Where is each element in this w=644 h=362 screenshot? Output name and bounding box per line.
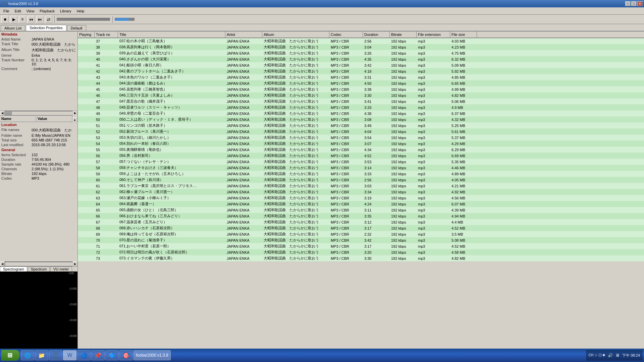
track-row[interactable]: 53 053.失切の涼し（細川たかし） JAPAN ENKA 大昭和歌謡曲 たか… [78,135,644,141]
track-row[interactable]: 63 063.瀬戸の花嫁（小柳ルミ子） JAPAN ENKA 大昭和歌謡曲 たか… [78,195,644,201]
taskbar-app-misc1[interactable]: 📌 [91,350,105,360]
track-row[interactable]: 68 068.赤いハンカチ（石原裕次郎） JAPAN ENKA 大昭和歌謡曲 た… [78,225,644,231]
cell-trackno: 46 [95,94,118,98]
track-row[interactable]: 46 046.三百六十五歩（天童よしみ） JAPAN ENKA 大昭和歌謡曲 た… [78,93,644,99]
cell-album: 大昭和歌謡曲 たからかに歌おう [262,244,329,249]
menu-file[interactable]: File [1,8,12,14]
random-button[interactable]: ⇄ [45,16,52,23]
track-row[interactable]: 64 064.祇義卿（葵遣一） JAPAN ENKA 大昭和歌謡曲 たからかに歌… [78,201,644,207]
track-row[interactable]: 52 052.新潟ブルース（美川憲一） JAPAN ENKA 大昭和歌謡曲 たか… [78,129,644,135]
track-row[interactable]: 55 055.奥飛騨慕情（竜鉄也） JAPAN ENKA 大昭和歌謡曲 たからか… [78,147,644,153]
track-row[interactable]: 44 044.涙の連絡船（都はるみ） JAPAN ENKA 大昭和歌謡曲 たから… [78,80,644,86]
track-row[interactable]: 62 062.柳ヶ瀬ブルース（美川憲一） JAPAN ENKA 大昭和歌謡曲 た… [78,189,644,195]
next-button[interactable]: ⏭ [36,16,44,23]
cell-artist: JAPAN ENKA [225,100,262,104]
col-header-duration[interactable]: Duration [363,32,390,38]
scroll-up-arrow[interactable]: ▲ [72,117,77,122]
play-button[interactable]: ▶ [10,16,17,23]
tab-default[interactable]: Default [67,25,86,31]
menu-help[interactable]: Help [74,8,87,14]
tab-vu-meter[interactable]: VU meter [50,266,72,272]
scroll-right-arrow2[interactable]: ▶ [73,261,77,266]
tab-spectrogram[interactable]: Spectrogram [0,266,27,272]
col-header-playing[interactable]: Playing [78,32,95,38]
tab-spectrum[interactable]: Spectrum [28,266,50,272]
col-header-artist[interactable]: Artist [225,32,262,38]
track-row[interactable]: 40 040.さざんかの宿（大川栄業） JAPAN ENKA 大昭和歌謡曲 たか… [78,56,644,62]
track-row[interactable]: 69 069.俺は待ってるぜ（石原裕次郎） JAPAN ENKA 大昭和歌謡曲 … [78,231,644,237]
pause-button[interactable]: ⏸ [19,16,26,23]
taskbar-app-ie[interactable]: 🌐 [21,350,34,360]
minimize-button[interactable]: ─ [625,1,631,6]
start-button[interactable]: ⊞ [1,350,19,361]
horiz-scroll-track[interactable] [5,111,73,115]
track-row[interactable]: 61 061.ラブユー東京（黒沢明とロス・プリモス… JAPAN ENKA 大昭… [78,183,644,189]
track-row[interactable]: 70 070.星の流れに（菊池章子） JAPAN ENKA 大昭和歌謡曲 たから… [78,237,644,243]
taskbar-app-word[interactable]: W [63,350,76,360]
close-button[interactable]: ✕ [637,1,643,6]
metadata-scroll[interactable]: Artist Name JAPAN ENKA Track Title 000.大… [0,37,77,111]
menu-playback[interactable]: Playback [37,8,57,14]
col-header-trackno[interactable]: Track no [95,32,118,38]
scroll-left-arrow2[interactable]: ◀ [0,261,5,266]
track-row[interactable]: 56 056.男（谷村新司） JAPAN ENKA 大昭和歌謡曲 たからかに歌お… [78,153,644,159]
track-row[interactable]: 42 042.夜のプラットホーム（二葉あき子） JAPAN ENKA 大昭和歌謡… [78,68,644,74]
track-row[interactable]: 58 058.チャンチキおけさ（三波春夫） JAPAN ENKA 大昭和歌謡曲 … [78,165,644,171]
track-row[interactable]: 49 049.岸壁の母（二葉百合子） JAPAN ENKA 大昭和歌謡曲 たから… [78,111,644,117]
track-row[interactable]: 43 043.水色のワルツ（二葉あき子） JAPAN ENKA 大昭和歌謡曲 た… [78,74,644,80]
stop-button[interactable]: ■ [1,16,9,23]
track-row[interactable]: 39 039.あの丘越えて（美空ひばり） JAPAN ENKA 大昭和歌謡曲 た… [78,50,644,56]
col-header-album[interactable]: Album [262,32,329,38]
track-row[interactable]: 45 045.哀愁列車（三橋美智也） JAPAN ENKA 大昭和歌謡曲 たから… [78,86,644,93]
col-header-fileext[interactable]: File extension [417,32,450,38]
col-header-title[interactable]: Title [118,32,225,38]
track-row[interactable]: 47 047.黒百合の歌（織井茂子） JAPAN ENKA 大昭和歌謡曲 たから… [78,99,644,105]
metadata-horiz-scroll[interactable]: ◀ ▶ [0,111,77,115]
menu-edit[interactable]: Edit [12,8,24,14]
horiz-scroll-track2[interactable] [5,262,73,266]
track-row[interactable]: 50 050.二人は若い（ディック・ミネ、星玲子） JAPAN ENKA 大昭和… [78,117,644,123]
track-row[interactable]: 66 066.おひまなら来てね（三月みどり） JAPAN ENKA 大昭和歌謡曲… [78,213,644,219]
track-row[interactable]: 71 071.おーい中村君（若原一郎） JAPAN ENKA 大昭和歌謡曲 たか… [78,243,644,249]
menu-view[interactable]: View [24,8,37,14]
track-row[interactable]: 54 054.別れの一本杉（春日八郎） JAPAN ENKA 大昭和歌謡曲 たか… [78,141,644,147]
track-row[interactable]: 37 037.松の木小唄（三島敏夫） JAPAN ENKA 大昭和歌謡曲 たから… [78,38,644,44]
tab-album-list[interactable]: Album List [1,25,25,31]
track-row[interactable]: 48 048.芸者ワルツ（スリー・キャッツ） JAPAN ENKA 大昭和歌謡曲… [78,105,644,111]
metadata-table: Artist Name JAPAN ENKA Track Title 000.大… [0,37,77,71]
track-row[interactable]: 65 065.函館の女（ひと）（北島三郎） JAPAN ENKA 大昭和歌謡曲 … [78,207,644,213]
track-row[interactable]: 38 038.高原列車は行く（岡本敦郎） JAPAN ENKA 大昭和歌謡曲 た… [78,44,644,50]
col-header-bitrate[interactable]: Bitrate [390,32,417,38]
seek-bar[interactable] [57,18,110,21]
track-row[interactable]: 60 060.そして神戸（前川清） JAPAN ENKA 大昭和歌謡曲 たからか… [78,177,644,183]
taskbar-app-chrome[interactable]: 🔵 [77,350,91,360]
cell-album: 大昭和歌謡曲 たからかに歌おう [262,81,329,86]
track-row[interactable]: 67 067.温泉芸者（五月みどり） JAPAN ENKA 大昭和歌謡曲 たから… [78,219,644,225]
general-horiz-scroll[interactable]: ◀ ▶ [0,261,77,266]
cell-filesize: 6.32 MB [450,57,477,61]
track-row[interactable]: 57 057.つぐない（テレサ・テン） JAPAN ENKA 大昭和歌謡曲 たか… [78,159,644,165]
taskbar-app-misc3[interactable]: 🎯 [119,350,133,360]
cell-trackno: 55 [95,148,118,152]
track-title-label: Track Title [0,42,30,47]
track-list-body[interactable]: 37 037.松の木小唄（三島敏夫） JAPAN ENKA 大昭和歌謡曲 たから… [78,38,644,353]
taskbar-app-folder[interactable]: 📁 [35,350,48,360]
track-row[interactable]: 41 041.船頭小唄（春日八郎） JAPAN ENKA 大昭和歌謡曲 たからか… [78,62,644,68]
menu-library[interactable]: Library [57,8,74,14]
col-header-codec[interactable]: Codec [329,32,363,38]
taskbar-app-media[interactable]: 🎵 [49,350,62,360]
track-row[interactable]: 51 051.リンゴの唄（並木路子） JAPAN ENKA 大昭和歌謡曲 たから… [78,123,644,129]
tab-selection-properties[interactable]: Selection Properties [26,25,66,31]
scroll-left-arrow[interactable]: ◀ [0,111,5,116]
taskbar-app-misc2[interactable]: 🔷 [105,350,119,360]
maximize-button[interactable]: □ [631,1,637,6]
volume-bar[interactable] [115,18,135,21]
scroll-right-arrow[interactable]: ▶ [73,111,77,116]
cell-duration: 3:14 [363,166,390,170]
track-row[interactable]: 73 073.イヨマンテの夜（伊藤久男） JAPAN ENKA 大昭和歌謡曲 た… [78,255,644,261]
track-row[interactable]: 59 059.よこはま・たそがれ（五木ひろし） JAPAN ENKA 大昭和歌謡… [78,171,644,177]
track-row[interactable]: 72 072.明日は明日の風が吹く（石原裕次郎） JAPAN ENKA 大昭和歌… [78,249,644,255]
col-header-filesize[interactable]: File size [450,32,477,38]
prev-button[interactable]: ⏮ [28,16,35,23]
taskbar-foobar[interactable]: foobar2000 v1.3.8 [133,350,171,360]
